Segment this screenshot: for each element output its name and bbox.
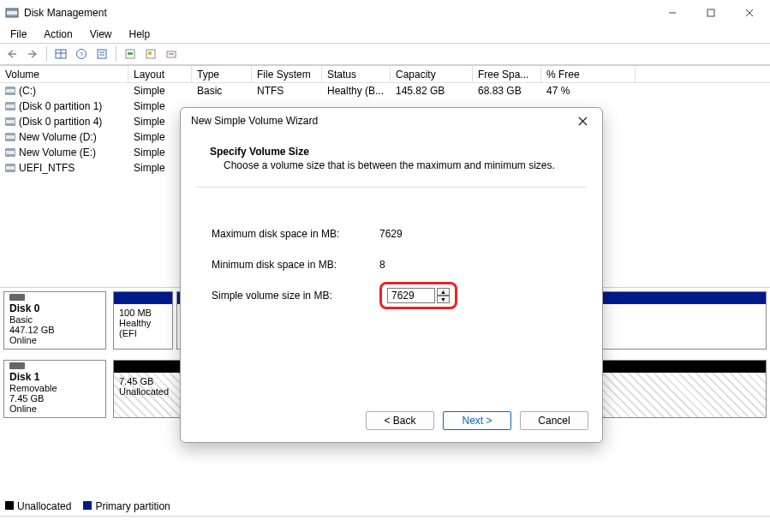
menu-file[interactable]: File <box>2 27 35 42</box>
svg-text:?: ? <box>80 51 84 58</box>
wizard-dialog: New Simple Volume Wizard Specify Volume … <box>180 107 603 443</box>
drive-icon <box>5 87 15 95</box>
drive-icon <box>5 148 15 157</box>
max-space-value: 7629 <box>379 228 403 240</box>
step-title: Specify Volume Size <box>200 140 583 159</box>
dialog-close-button[interactable] <box>570 110 595 132</box>
app-icon <box>5 6 19 20</box>
col-type[interactable]: Type <box>192 66 252 82</box>
disk-info[interactable]: Disk 0 Basic 447.12 GB Online <box>3 291 106 350</box>
col-volume[interactable]: Volume <box>0 66 128 82</box>
svg-rect-3 <box>707 9 714 16</box>
toolbar-help-icon[interactable]: ? <box>73 45 90 63</box>
disk-icon <box>9 294 25 301</box>
legend: Unallocated Primary partition <box>5 500 170 512</box>
dialog-title: New Simple Volume Wizard <box>191 115 318 127</box>
col-capacity[interactable]: Capacity <box>391 66 473 82</box>
column-headers: Volume Layout Type File System Status Ca… <box>0 66 770 83</box>
dialog-titlebar: New Simple Volume Wizard <box>181 108 602 134</box>
menu-bar: File Action View Help <box>0 26 770 43</box>
toolbar-action-icon[interactable] <box>142 45 159 63</box>
drive-icon <box>5 117 15 126</box>
toolbar: ? <box>0 43 770 65</box>
step-subtitle: Choose a volume size that is between the… <box>200 159 583 178</box>
cancel-button[interactable]: Cancel <box>520 411 588 430</box>
legend-primary: Primary partition <box>83 500 170 512</box>
volume-size-input[interactable] <box>387 288 435 303</box>
close-button[interactable] <box>730 0 768 26</box>
partition-box[interactable]: 100 MBHealthy (EFI <box>113 291 173 350</box>
toolbar-result-icon[interactable] <box>163 45 180 63</box>
back-button[interactable]: < Back <box>366 411 434 430</box>
disk-info[interactable]: Disk 1 Removable 7.45 GB Online <box>3 360 106 418</box>
drive-icon <box>5 102 15 111</box>
toolbar-table-icon[interactable] <box>52 45 69 63</box>
menu-view[interactable]: View <box>81 27 121 42</box>
svg-rect-17 <box>128 52 133 55</box>
col-pfree[interactable]: % Free <box>541 66 636 82</box>
forward-button[interactable] <box>24 45 41 63</box>
col-filesystem[interactable]: File System <box>252 66 322 82</box>
menu-action[interactable]: Action <box>35 27 81 42</box>
maximize-button[interactable] <box>691 0 730 26</box>
row-max-space: Maximum disk space in MB: 7629 <box>200 218 583 249</box>
spin-down-button[interactable]: ▼ <box>437 296 450 303</box>
status-bar <box>0 516 770 531</box>
drive-icon <box>5 133 15 141</box>
min-space-value: 8 <box>379 259 385 271</box>
drive-icon <box>5 164 15 172</box>
row-min-space: Minimum disk space in MB: 8 <box>200 249 583 280</box>
next-button[interactable]: Next > <box>443 411 511 430</box>
window-title: Disk Management <box>24 7 107 19</box>
minimize-button[interactable] <box>653 0 691 26</box>
svg-rect-1 <box>7 11 17 15</box>
spin-up-button[interactable]: ▲ <box>437 288 450 296</box>
col-free[interactable]: Free Spa... <box>473 66 541 82</box>
svg-rect-19 <box>148 51 152 55</box>
toolbar-props-icon[interactable] <box>93 45 110 63</box>
disk-icon <box>9 362 25 369</box>
menu-help[interactable]: Help <box>121 27 159 42</box>
svg-rect-13 <box>98 50 106 58</box>
col-layout[interactable]: Layout <box>128 66 192 82</box>
toolbar-refresh-icon[interactable] <box>122 45 139 63</box>
row-volume-size: Simple volume size in MB: ▲ ▼ <box>200 280 583 311</box>
title-bar: Disk Management <box>0 0 770 26</box>
volume-size-highlight: ▲ ▼ <box>379 282 457 309</box>
legend-unallocated: Unallocated <box>5 500 71 512</box>
col-status[interactable]: Status <box>322 66 391 82</box>
volume-row[interactable]: (C:) Simple Basic NTFS Healthy (B... 145… <box>0 83 770 99</box>
back-button[interactable] <box>3 45 21 63</box>
